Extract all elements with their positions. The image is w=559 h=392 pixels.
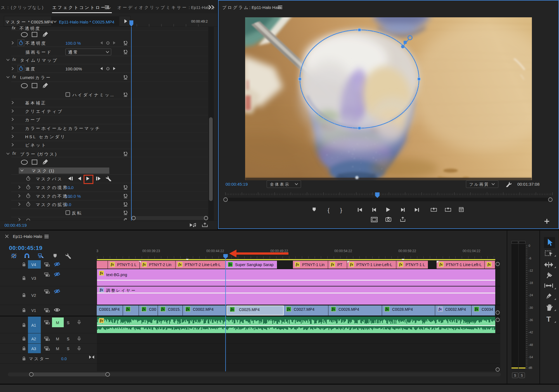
svg-text:fx: fx <box>12 26 16 30</box>
svg-text:fx: fx <box>12 151 16 156</box>
svg-text:fx: fx <box>12 75 16 79</box>
svg-text:fx: fx <box>12 58 16 62</box>
